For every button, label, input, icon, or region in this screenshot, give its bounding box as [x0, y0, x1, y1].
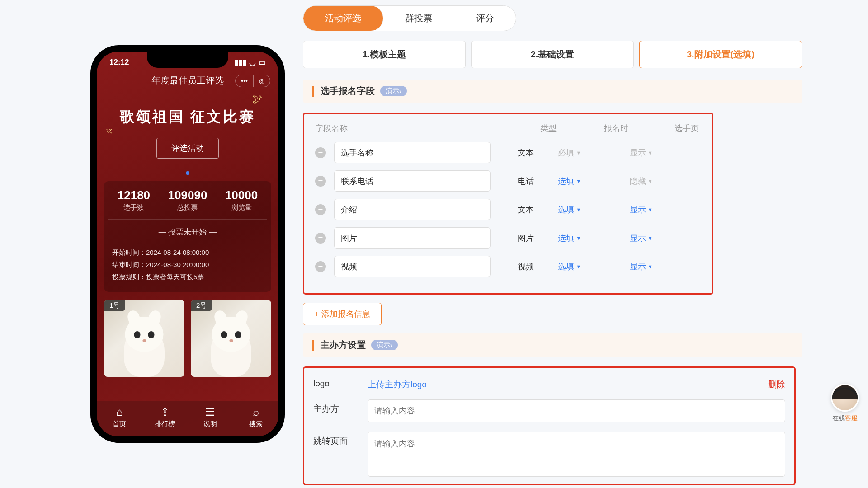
field-row: −文本必填▼显示▼	[315, 142, 701, 163]
field-name-input[interactable]	[334, 199, 491, 220]
field-reg-dropdown[interactable]: 选填▼	[558, 176, 629, 187]
nav-home[interactable]: ⌂ 首页	[97, 406, 142, 428]
end-time: 结束时间：2024-08-30 20:00:00	[112, 258, 263, 271]
field-reg-dropdown[interactable]: 必填▼	[558, 147, 629, 158]
remove-field-button[interactable]: −	[315, 147, 326, 158]
field-type: 图片	[491, 233, 558, 244]
delete-logo-link[interactable]: 删除	[768, 375, 785, 390]
app-title: 年度最佳员工评选	[151, 75, 224, 87]
field-row: −文本选填▼显示▼	[315, 199, 701, 220]
organizer-header: 主办方设置 演示 ›	[303, 333, 802, 357]
remove-field-button[interactable]: −	[315, 233, 326, 244]
contestant-tag: 1号	[104, 300, 125, 311]
section-bar	[312, 340, 314, 351]
remove-field-button[interactable]: −	[315, 176, 326, 187]
cs-label: 在线客服	[831, 414, 859, 422]
info-lines: 开始时间：2024-08-24 08:00:00 结束时间：2024-08-30…	[108, 240, 267, 285]
fields-header: 选手报名字段 演示 ›	[303, 80, 802, 103]
org-name-input[interactable]	[368, 399, 785, 422]
demo-badge[interactable]: 演示 ›	[371, 340, 398, 350]
col-name: 字段名称	[315, 123, 540, 134]
contestant-tag: 2号	[191, 300, 212, 311]
dove-icon: 🕊	[106, 127, 112, 135]
upload-logo-link[interactable]: 上传主办方logo	[368, 375, 427, 390]
remove-field-button[interactable]: −	[315, 204, 326, 215]
bottom-nav: ⌂ 首页 ⇪ 排行榜 ☰ 说明 ⌕ 搜索	[97, 401, 278, 436]
nav-search[interactable]: ⌕ 搜索	[233, 406, 279, 428]
field-name-input[interactable]	[334, 256, 491, 277]
field-reg-dropdown[interactable]: 选填▼	[558, 204, 629, 215]
jump-textarea[interactable]	[368, 432, 785, 477]
ranking-icon: ⇪	[142, 406, 188, 418]
contestant-card[interactable]: 1号	[104, 300, 184, 377]
organizer-title: 主办方设置	[321, 339, 366, 351]
field-type: 文本	[491, 147, 558, 158]
contestant-card[interactable]: 2号	[191, 300, 271, 377]
nav-ranking[interactable]: ⇪ 排行榜	[142, 406, 188, 428]
field-row: −电话选填▼隐藏▼	[315, 170, 701, 192]
col-reg: 报名时	[604, 123, 675, 134]
step-template[interactable]: 1.模板主题	[303, 41, 466, 68]
customer-service[interactable]: 在线客服	[831, 384, 859, 422]
more-icon[interactable]: •••	[236, 75, 254, 87]
logo-row: logo 上传主办方logo 删除	[313, 375, 785, 390]
status-time: 12:12	[109, 58, 129, 67]
target-icon[interactable]: ◎	[254, 75, 270, 87]
fields-section: 选手报名字段 演示 › 字段名称 类型 报名时 选手页 −文本必填▼显示▼−电话…	[303, 80, 802, 325]
hero: 🕊 🕊 歌颂祖国 征文比赛 评选活动	[97, 91, 278, 168]
logo-label: logo	[313, 375, 368, 389]
field-show-dropdown[interactable]: 显示▼	[630, 261, 701, 272]
dot[interactable]	[186, 171, 189, 175]
app-title-bar: 年度最佳员工评选 ••• ◎	[97, 70, 278, 91]
carousel-dots	[97, 168, 278, 181]
org-name-row: 主办方	[313, 399, 785, 422]
organizer-box: logo 上传主办方logo 删除 主办方 跳转页面	[303, 366, 796, 485]
stats-row: 12180 选手数 109090 总投票 10000 浏览量	[108, 188, 267, 212]
top-tabs: 活动评选 群投票 评分	[303, 5, 516, 31]
battery-icon: ▭	[259, 58, 266, 67]
nav-info[interactable]: ☰ 说明	[188, 406, 233, 428]
jump-row: 跳转页面	[313, 432, 785, 477]
add-field-button[interactable]: + 添加报名信息	[303, 303, 382, 325]
phone-screen: 12:12 ▮▮▮ ◡ ▭ 年度最佳员工评选 ••• ◎ 🕊 🕊 歌颂祖国 征文…	[97, 52, 278, 436]
field-show-dropdown[interactable]: 显示▼	[630, 147, 701, 158]
contestant-image	[104, 300, 184, 377]
dove-icon: 🕊	[252, 94, 262, 105]
field-reg-dropdown[interactable]: 选填▼	[558, 261, 629, 272]
tab-group-vote[interactable]: 群投票	[383, 6, 454, 31]
field-show-dropdown[interactable]: 隐藏▼	[630, 176, 701, 187]
field-type: 视频	[491, 261, 558, 272]
vote-rule: 投票规则：投票者每天可投5票	[112, 271, 263, 283]
field-row: −视频选填▼显示▼	[315, 256, 701, 277]
tab-activity-vote[interactable]: 活动评选	[303, 6, 383, 31]
step-basic[interactable]: 2.基础设置	[471, 41, 634, 68]
step-additional[interactable]: 3.附加设置(选填)	[639, 41, 802, 68]
field-show-dropdown[interactable]: 显示▼	[630, 233, 701, 244]
field-reg-dropdown[interactable]: 选填▼	[558, 233, 629, 244]
field-type: 电话	[491, 176, 558, 187]
stat-views: 10000 浏览量	[225, 188, 258, 212]
phone-preview: 12:12 ▮▮▮ ◡ ▭ 年度最佳员工评选 ••• ◎ 🕊 🕊 歌颂祖国 征文…	[90, 45, 285, 443]
tab-score[interactable]: 评分	[454, 6, 516, 31]
status-icons: ▮▮▮ ◡ ▭	[234, 58, 266, 67]
col-type: 类型	[540, 123, 604, 134]
stat-votes: 109090 总投票	[168, 188, 208, 212]
field-name-input[interactable]	[334, 142, 491, 163]
fields-title: 选手报名字段	[321, 85, 375, 97]
field-name-input[interactable]	[334, 170, 491, 192]
hero-button[interactable]: 评选活动	[156, 138, 219, 159]
signal-icon: ▮▮▮	[234, 58, 246, 67]
cs-avatar	[831, 384, 859, 412]
hero-title: 歌颂祖国 征文比赛	[106, 107, 269, 127]
remove-field-button[interactable]: −	[315, 261, 326, 272]
field-row: −图片选填▼显示▼	[315, 227, 701, 249]
step-tabs: 1.模板主题 2.基础设置 3.附加设置(选填)	[303, 41, 802, 68]
fields-columns: 字段名称 类型 报名时 选手页	[315, 123, 701, 134]
contestants: 1号 2号	[97, 292, 278, 381]
demo-badge[interactable]: 演示 ›	[380, 86, 407, 96]
title-pill: ••• ◎	[235, 75, 270, 87]
field-name-input[interactable]	[334, 227, 491, 249]
contestant-image	[191, 300, 271, 377]
organizer-section: 主办方设置 演示 › logo 上传主办方logo 删除 主办方 跳转页面 活动…	[303, 333, 802, 485]
field-show-dropdown[interactable]: 显示▼	[630, 204, 701, 215]
